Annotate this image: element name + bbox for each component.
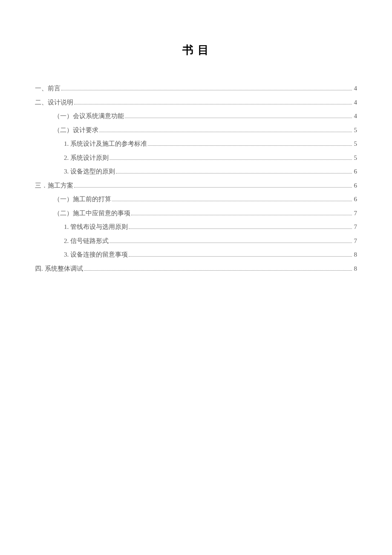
toc-entry-label: （一）施工前的打算 bbox=[54, 194, 111, 204]
toc-entry-label: 1. 管线布设与选用原则 bbox=[64, 222, 128, 232]
toc-leader-dots bbox=[148, 145, 352, 146]
toc-leader-dots bbox=[74, 104, 352, 104]
toc-entry[interactable]: 2. 信号链路形式7 bbox=[35, 236, 357, 246]
toc-entry[interactable]: 3. 设备连接的留意事项8 bbox=[35, 249, 357, 260]
toc-entry[interactable]: （二）设计要求5 bbox=[35, 125, 357, 135]
toc-entry[interactable]: 四. 系统整体调试8 bbox=[35, 263, 357, 274]
toc-entry[interactable]: 一、前言4 bbox=[35, 83, 357, 93]
toc-entry-page: 5 bbox=[353, 153, 357, 163]
toc-leader-dots bbox=[110, 159, 352, 160]
toc-leader-dots bbox=[129, 228, 352, 229]
toc-entry[interactable]: （二）施工中应留意的事项7 bbox=[35, 208, 357, 218]
toc-leader-dots bbox=[131, 215, 352, 215]
toc-leader-dots bbox=[125, 118, 352, 118]
toc-entry[interactable]: 3. 设备选型的原则6 bbox=[35, 166, 357, 176]
toc-entry-page: 6 bbox=[353, 180, 357, 191]
toc-entry[interactable]: 二、设计说明4 bbox=[35, 97, 357, 107]
toc-entry-page: 5 bbox=[353, 125, 357, 135]
toc-entry[interactable]: 1. 管线布设与选用原则7 bbox=[35, 222, 357, 232]
document-page: 书 目 一、前言4二、设计说明4（一）会议系统满意功能4（二）设计要求51. 系… bbox=[0, 0, 392, 274]
toc-entry-label: 2. 信号链路形式 bbox=[64, 236, 109, 246]
toc-entry-page: 7 bbox=[353, 208, 357, 218]
toc-entry-label: 1. 系统设计及施工的参考标准 bbox=[64, 139, 147, 149]
toc-entry-page: 7 bbox=[353, 236, 357, 246]
toc-entry[interactable]: （一）施工前的打算6 bbox=[35, 194, 357, 204]
toc-entry-page: 4 bbox=[353, 97, 357, 107]
toc-entry-label: 二、设计说明 bbox=[35, 97, 73, 107]
toc-entry[interactable]: （一）会议系统满意功能4 bbox=[35, 111, 357, 121]
toc-entry-label: （二）设计要求 bbox=[54, 125, 98, 135]
page-title: 书 目 bbox=[35, 43, 357, 58]
toc-leader-dots bbox=[129, 256, 352, 257]
toc-entry-label: 三．施工方案 bbox=[35, 180, 73, 191]
table-of-contents: 一、前言4二、设计说明4（一）会议系统满意功能4（二）设计要求51. 系统设计及… bbox=[35, 83, 357, 274]
toc-entry-page: 8 bbox=[353, 263, 357, 274]
toc-entry-label: 2. 系统设计原则 bbox=[64, 153, 109, 163]
toc-entry-page: 7 bbox=[353, 222, 357, 232]
toc-entry-page: 4 bbox=[353, 83, 357, 93]
toc-entry-page: 8 bbox=[353, 249, 357, 260]
toc-entry-label: 一、前言 bbox=[35, 83, 61, 93]
toc-entry-label: 3. 设备选型的原则 bbox=[64, 166, 115, 176]
toc-leader-dots bbox=[99, 132, 352, 132]
toc-entry[interactable]: 2. 系统设计原则5 bbox=[35, 153, 357, 163]
toc-entry[interactable]: 三．施工方案6 bbox=[35, 180, 357, 191]
toc-leader-dots bbox=[112, 201, 352, 201]
toc-entry-page: 5 bbox=[353, 139, 357, 149]
toc-leader-dots bbox=[84, 270, 352, 271]
toc-entry[interactable]: 1. 系统设计及施工的参考标准5 bbox=[35, 139, 357, 149]
toc-leader-dots bbox=[61, 90, 352, 90]
toc-entry-label: （二）施工中应留意的事项 bbox=[54, 208, 130, 218]
toc-leader-dots bbox=[110, 243, 352, 243]
toc-entry-page: 6 bbox=[353, 194, 357, 204]
toc-leader-dots bbox=[116, 173, 352, 173]
toc-entry-label: 四. 系统整体调试 bbox=[35, 263, 83, 274]
toc-entry-page: 4 bbox=[353, 111, 357, 121]
toc-entry-label: （一）会议系统满意功能 bbox=[54, 111, 124, 121]
toc-entry-page: 6 bbox=[353, 166, 357, 176]
toc-entry-label: 3. 设备连接的留意事项 bbox=[64, 249, 128, 260]
toc-leader-dots bbox=[74, 187, 352, 188]
